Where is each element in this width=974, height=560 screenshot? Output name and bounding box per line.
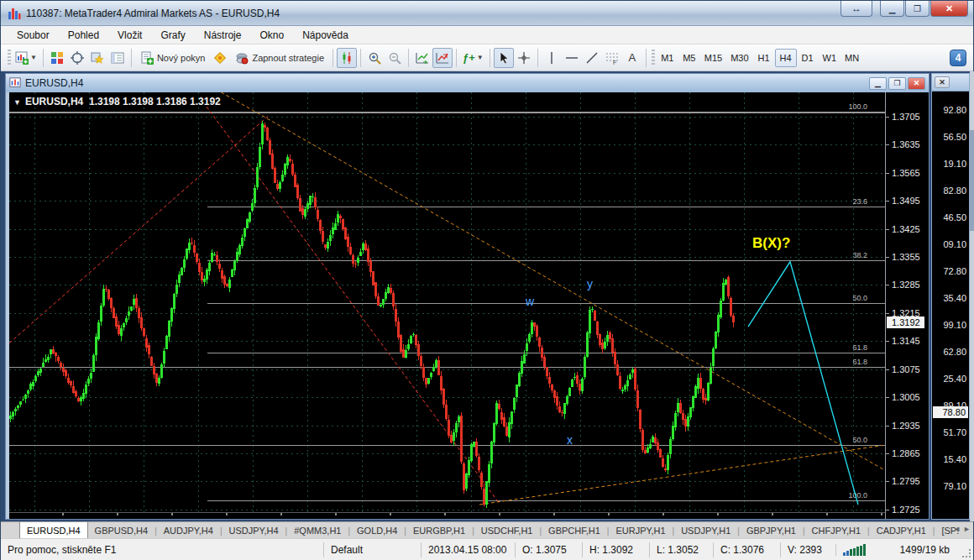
- timeframe-d1-button[interactable]: D1: [797, 49, 819, 67]
- projection-line[interactable]: [748, 262, 858, 505]
- vertical-line-button[interactable]: [542, 48, 562, 68]
- candlestick-chart[interactable]: 100.023.638.250.061.861.850.0100.0wyxB(X…: [9, 92, 885, 512]
- tab-usdjpyh1[interactable]: USDJPY,H1: [674, 523, 737, 538]
- trendlines[interactable]: [9, 92, 883, 505]
- tab-gbpjpyh1[interactable]: GBPJPY,H1: [740, 523, 803, 538]
- tab-scroll-right-icon[interactable]: ►: [963, 525, 971, 533]
- status-traffic: 1499/19 kb: [872, 542, 956, 557]
- tab-audjpyh4[interactable]: AUDJPY,H4: [157, 523, 220, 538]
- cursor-button[interactable]: [494, 48, 514, 68]
- price-axis-label: 1.3565: [892, 168, 920, 179]
- tab-qmm3h1[interactable]: #QMM3,H1: [287, 523, 348, 538]
- horizontal-line-button[interactable]: [562, 48, 582, 68]
- horizontal-line-icon: [565, 51, 579, 65]
- metaeditor-button[interactable]: [210, 48, 230, 68]
- background-window-titlebar[interactable]: ✕: [932, 74, 969, 92]
- chart-minimize-button[interactable]: ▁: [869, 77, 887, 90]
- toolbar-grip[interactable]: [8, 50, 11, 66]
- tab-usdchfh1[interactable]: USDCHF,H1: [474, 523, 540, 538]
- new-chart-button[interactable]: ▼: [13, 48, 39, 68]
- time-axis[interactable]: [9, 512, 885, 519]
- minimize-button[interactable]: ▁: [880, 1, 904, 17]
- price-axis[interactable]: 1.3192 1.37051.36351.35651.34951.34251.3…: [885, 92, 924, 519]
- scrollbar-thumb[interactable]: [970, 130, 974, 231]
- tab-chfjpyh1[interactable]: CHFJPY,H1: [805, 523, 867, 538]
- timeframe-m1-button[interactable]: M1: [657, 49, 678, 67]
- crosshair-button[interactable]: [514, 48, 534, 68]
- warning-diamond-icon: [213, 51, 227, 65]
- tab-eurgbph1[interactable]: EURGBP,H1: [406, 523, 472, 538]
- fibonacci-button[interactable]: F: [602, 48, 622, 68]
- status-profile[interactable]: Default: [323, 542, 421, 557]
- price-axis-label: 1.3355: [892, 252, 920, 263]
- menu-grafy[interactable]: Grafy: [151, 28, 194, 43]
- tab-scroll-left-icon[interactable]: ◄: [953, 525, 961, 533]
- timeframe-h4-button[interactable]: H4: [775, 49, 797, 67]
- tab-usdjpyh4[interactable]: USDJPY,H4: [222, 523, 285, 538]
- chart-restore-button[interactable]: ❐: [888, 77, 906, 90]
- tab-cadjpyh1[interactable]: CADJPY,H1: [870, 523, 933, 538]
- background-price-label: 19.10: [943, 159, 966, 170]
- autoscroll-button[interactable]: [412, 48, 432, 68]
- chart-shift-button[interactable]: [432, 48, 453, 68]
- menu-okno[interactable]: Okno: [250, 28, 293, 43]
- timeframe-m15-button[interactable]: M15: [700, 49, 726, 67]
- timeframe-m5-button[interactable]: M5: [678, 49, 700, 67]
- terminal-button[interactable]: [107, 48, 128, 68]
- menu-nástroje[interactable]: Nástroje: [195, 28, 251, 43]
- enable-experts-button[interactable]: Zapnout strategie: [230, 48, 329, 68]
- market-watch-button[interactable]: [67, 48, 87, 68]
- chart-close-button[interactable]: ✕: [908, 77, 925, 90]
- zoom-in-button[interactable]: [364, 48, 385, 68]
- navigator-button[interactable]: [87, 48, 107, 68]
- mdi-scrollbar[interactable]: [970, 71, 974, 521]
- fibonacci-levels[interactable]: 100.023.638.250.061.861.850.0100.0: [9, 102, 885, 501]
- trendline-icon: [585, 51, 599, 65]
- background-price-label: 25.40: [943, 374, 966, 385]
- community-badge[interactable]: 4: [950, 50, 966, 66]
- price-axis-label: 1.3635: [892, 139, 920, 150]
- menu-soubor[interactable]: Soubor: [8, 28, 59, 43]
- zoom-out-icon: [388, 51, 401, 65]
- expert-advisor-icon: [235, 51, 249, 65]
- menu-nápověda[interactable]: Nápověda: [293, 28, 358, 43]
- indicators-button[interactable]: ƒ+ ▼: [460, 48, 486, 68]
- text-tool-button[interactable]: A: [622, 48, 642, 68]
- maximize-button[interactable]: ❐: [905, 1, 929, 17]
- timeframe-w1-button[interactable]: W1: [819, 49, 841, 67]
- tab-eurusdh4[interactable]: EURUSD,H4: [19, 521, 88, 538]
- tab-eurjpyh1[interactable]: EURJPY,H1: [609, 523, 672, 538]
- chart-plot[interactable]: 100.023.638.250.061.861.850.0100.0wyxB(X…: [9, 92, 885, 519]
- timeframe-h1-button[interactable]: H1: [753, 49, 775, 67]
- background-price-label: 09.10: [943, 239, 966, 250]
- title-bar[interactable]: 110387: MetaTrader4 Admiral Markets AS -…: [1, 1, 973, 26]
- trendline-button[interactable]: [582, 48, 602, 68]
- background-price-label: 82.80: [943, 186, 966, 196]
- tab-gbpchfh1[interactable]: GBPCHF,H1: [542, 523, 607, 538]
- mt4-logo-icon: [8, 7, 21, 20]
- terminal-icon: [111, 51, 124, 65]
- tab-goldh4[interactable]: GOLD,H4: [350, 523, 404, 538]
- tab-gbpusdh4[interactable]: GBPUSD,H4: [88, 523, 155, 538]
- svg-text:38.2: 38.2: [852, 251, 867, 259]
- zoom-out-button[interactable]: [385, 48, 405, 68]
- timeframe-m30-button[interactable]: M30: [726, 49, 752, 67]
- profiles-button[interactable]: [47, 48, 67, 68]
- svg-text:50.0: 50.0: [852, 436, 867, 444]
- background-chart-window[interactable]: ✕ 78.80 92.8056.5019.1082.8046.5009.1072…: [931, 73, 970, 520]
- candlestick-mode-button[interactable]: [337, 48, 357, 68]
- collapse-triangle-icon[interactable]: ▼: [13, 98, 21, 107]
- close-icon[interactable]: ✕: [935, 76, 950, 88]
- dock-toggle-button[interactable]: ↔: [840, 1, 872, 17]
- chevron-down-icon: ▼: [30, 54, 37, 61]
- price-axis-label: 1.2795: [892, 476, 920, 487]
- price-axis-label: 1.3215: [892, 308, 920, 319]
- close-button[interactable]: ✕: [930, 1, 968, 17]
- new-order-button[interactable]: Nový pokyn: [135, 48, 210, 68]
- menu-vložit[interactable]: Vložit: [108, 28, 151, 43]
- menu-pohled[interactable]: Pohled: [59, 28, 108, 43]
- resize-grip[interactable]: [960, 547, 973, 560]
- toolbar-grip[interactable]: [652, 50, 655, 66]
- timeframe-mn-button[interactable]: MN: [840, 49, 863, 67]
- chart-window-titlebar[interactable]: EURUSD,H4 ▁ ❐ ✕: [6, 74, 929, 92]
